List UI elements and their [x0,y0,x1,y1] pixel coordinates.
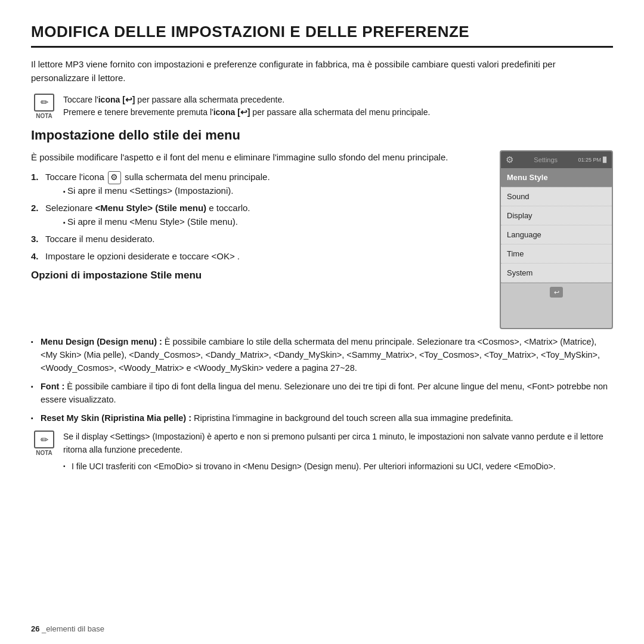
nota-label-1: NOTA [36,113,52,119]
device-time-value: 01:25 PM [578,157,601,163]
content-with-image: È possibile modificare l'aspetto e il fo… [31,150,613,329]
nota2-subitem: I file UCI trasferiti con <EmoDio> si tr… [63,460,613,473]
menu-item-time: Time [501,244,612,264]
step-3-num: 3. [31,232,39,246]
step-2-sub: Si apre il menu <Menu Style> (Stile menu… [45,215,488,229]
nota-text-2: Se il display <Settings> (Impostazioni) … [63,431,613,473]
menu-item-display: Display [501,206,612,225]
settings-icon-inline: ⚙ [108,171,121,184]
bullet-3: Reset My Skin (Ripristina Mia pelle) : R… [31,411,613,425]
menu-item-sound: Sound [501,187,612,206]
device-gear-icon: ⚙ [506,154,513,165]
nota2-text1: Se il display <Settings> (Impostazioni) … [63,432,603,454]
device-screen: ⚙ Settings 01:25 PM ▉ Menu Style Sound D… [500,150,613,329]
step-1-sub: Si apre il menu <Settings> (Impostazioni… [45,184,488,198]
menu-item-system: System [501,264,612,283]
nota-icon-2: ✏ NOTA [31,431,57,456]
page: MODIFICA DELLE IMPOSTAZIONI E DELLE PREF… [0,0,644,644]
nota-box-2: ✏ NOTA Se il display <Settings> (Imposta… [31,431,613,473]
nota-label-2: NOTA [36,450,52,456]
section-title: Impostazione dello stile dei menu [31,128,613,143]
page-footer: 26 _elementi dil base [31,624,104,633]
menu-item-menu-style: Menu Style [501,168,612,187]
step-2-num: 2. [31,201,39,215]
step-4-num: 4. [31,249,39,263]
content-left: È possibile modificare l'aspetto e il fo… [31,150,488,329]
section-body: È possibile modificare l'aspetto e il fo… [31,150,488,164]
bullet-1: Menu Design (Design menu) : È possibile … [31,335,613,375]
pencil-icon: ✏ [34,94,54,112]
nota-icon-1: ✏ NOTA [31,94,57,119]
bullet-list: Menu Design (Design menu) : È possibile … [31,335,613,425]
footer-text: _elementi dil base [42,624,104,633]
step-1-num: 1. [31,170,39,184]
step-3: 3. Toccare il menu desiderato. [31,232,488,246]
step-4: 4. Impostare le opzioni desiderate e toc… [31,249,488,263]
menu-item-language: Language [501,225,612,244]
device-screen-container: ⚙ Settings 01:25 PM ▉ Menu Style Sound D… [500,150,613,329]
bullet-2: Font : È possibile cambiare il tipo di f… [31,380,613,407]
pencil-icon-2: ✏ [34,431,54,448]
step-1: 1. Toccare l'icona ⚙ sulla schermata del… [31,170,488,198]
device-back-button[interactable]: ↩ [550,287,563,298]
nota-text-1: Toccare l'icona [↩] per passare alla sch… [63,94,430,119]
intro-text: Il lettore MP3 viene fornito con imposta… [31,57,613,85]
device-menu: Menu Style Sound Display Language Time S… [501,168,612,283]
device-settings-label: Settings [534,156,558,163]
page-number: 26 [31,624,39,633]
device-time: 01:25 PM ▉ [578,157,607,163]
step-2: 2. Selezionare <Menu Style> (Stile menu)… [31,201,488,228]
device-battery: ▉ [603,157,607,163]
steps-list: 1. Toccare l'icona ⚙ sulla schermata del… [31,170,488,264]
nota-box-1: ✏ NOTA Toccare l'icona [↩] per passare a… [31,94,613,119]
subsection-title: Opzioni di impostazione Stile menu [31,270,488,281]
main-title: MODIFICA DELLE IMPOSTAZIONI E DELLE PREF… [31,23,613,48]
device-header: ⚙ Settings 01:25 PM ▉ [501,151,612,168]
device-footer: ↩ [501,283,612,302]
nota2-text2: I file UCI trasferiti con <EmoDio> si tr… [72,462,556,471]
